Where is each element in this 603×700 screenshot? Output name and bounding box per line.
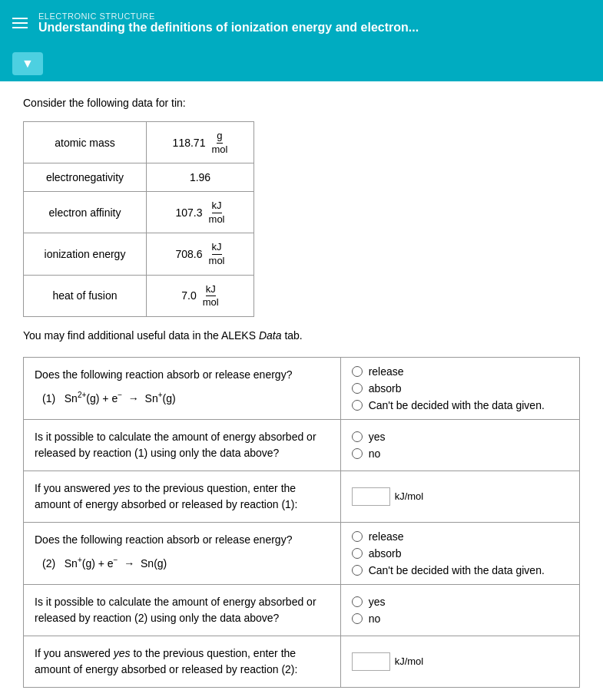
table-row: atomic mass 118.71 g mol — [24, 122, 254, 163]
heat-of-fusion-value: 7.0 — [181, 289, 196, 302]
radio-release-1[interactable]: release — [352, 365, 568, 378]
row-label-electron-affinity: electron affinity — [24, 192, 147, 233]
radio-label-absorb-4: absorb — [369, 547, 402, 560]
unit-label-2: kJ/mol — [395, 655, 424, 667]
answer-cell-5: yes no — [340, 584, 579, 636]
question-cell-3: If you answered yes to the previous ques… — [24, 471, 341, 522]
row-label-atomic-mass: atomic mass — [24, 122, 147, 163]
row-value-electronegativity: 1.96 — [147, 163, 254, 192]
reaction-1: (1) Sn2+(g) + e− → Sn+(g) — [35, 389, 330, 407]
radio-absorb-4[interactable]: absorb — [352, 547, 568, 560]
intro-text: Consider the following data for tin: — [23, 97, 580, 109]
table-row: heat of fusion 7.0 kJ mol — [24, 275, 254, 316]
radio-label-yes-2: yes — [369, 431, 386, 443]
ionization-energy-unit: kJ mol — [209, 241, 225, 266]
radio-label-absorb-1: absorb — [369, 382, 402, 395]
unit-label-1: kJ/mol — [395, 490, 424, 502]
heat-of-fusion-unit: kJ mol — [203, 283, 219, 309]
question-1-text: Does the following reaction absorb or re… — [35, 368, 292, 381]
atomic-mass-unit: g mol — [211, 130, 227, 155]
header-title: Understanding the definitions of ionizat… — [38, 21, 419, 35]
radio-yes-5[interactable]: yes — [352, 596, 568, 608]
answer-cell-2: yes no — [340, 419, 579, 471]
table-row: electron affinity 107.3 kJ mol — [24, 192, 254, 233]
radio-label-release-1: release — [369, 365, 404, 378]
row-label-electronegativity: electronegativity — [24, 163, 147, 192]
header: ELECTRONIC STRUCTURE Understanding the d… — [0, 0, 603, 46]
energy-input-1[interactable] — [352, 487, 390, 506]
input-row-6: kJ/mol — [352, 652, 568, 671]
radio-label-cantdecide-1: Can't be decided with the data given. — [369, 399, 545, 411]
radio-cantdecide-4[interactable]: Can't be decided with the data given. — [352, 564, 568, 576]
question-row-4: Does the following reaction absorb or re… — [24, 522, 580, 584]
question-cell-2: Is it possible to calculate the amount o… — [24, 419, 341, 471]
row-value-heat-of-fusion: 7.0 kJ mol — [147, 275, 254, 316]
radio-circle-icon — [352, 366, 363, 377]
radio-absorb-1[interactable]: absorb — [352, 382, 568, 395]
radio-circle-icon — [352, 548, 363, 559]
question-cell-5: Is it possible to calculate the amount o… — [24, 584, 341, 636]
radio-circle-icon — [352, 431, 363, 442]
energy-input-2[interactable] — [352, 652, 390, 671]
question-row-2: Is it possible to calculate the amount o… — [24, 419, 580, 471]
question-3-text: If you answered yes to the previous ques… — [35, 482, 297, 510]
radio-circle-icon — [352, 613, 363, 624]
radio-circle-icon — [352, 596, 363, 607]
radio-circle-icon — [352, 400, 363, 411]
radio-cantdecide-1[interactable]: Can't be decided with the data given. — [352, 399, 568, 411]
radio-label-no-2: no — [369, 447, 381, 460]
radio-label-yes-5: yes — [369, 596, 386, 608]
electron-affinity-value: 107.3 — [176, 206, 203, 219]
row-value-electron-affinity: 107.3 kJ mol — [147, 192, 254, 233]
radio-label-no-5: no — [369, 612, 381, 625]
question-cell-4: Does the following reaction absorb or re… — [24, 522, 341, 584]
radio-circle-icon — [352, 448, 363, 459]
radio-circle-icon — [352, 383, 363, 394]
question-2-text: Is it possible to calculate the amount o… — [35, 431, 316, 459]
row-label-ionization-energy: ionization energy — [24, 233, 147, 275]
radio-circle-icon — [352, 531, 363, 542]
hamburger-menu[interactable] — [12, 18, 28, 28]
header-text: ELECTRONIC STRUCTURE Understanding the d… — [38, 12, 419, 35]
chevron-down-button[interactable]: ▼ — [12, 52, 43, 75]
radio-no-2[interactable]: no — [352, 447, 568, 460]
radio-yes-2[interactable]: yes — [352, 431, 568, 443]
answer-cell-3: kJ/mol — [340, 471, 579, 522]
radio-release-4[interactable]: release — [352, 530, 568, 543]
radio-circle-icon — [352, 565, 363, 576]
aleks-note: You may find additional useful data in t… — [23, 329, 580, 342]
data-table: atomic mass 118.71 g mol electronegativi… — [23, 121, 254, 317]
question-cell-1: Does the following reaction absorb or re… — [24, 357, 341, 419]
input-row-3: kJ/mol — [352, 487, 568, 506]
answer-cell-4: release absorb Can't be decided with the… — [340, 522, 579, 584]
radio-label-cantdecide-4: Can't be decided with the data given. — [369, 564, 545, 576]
answer-cell-1: release absorb Can't be decided with the… — [340, 357, 579, 419]
electron-affinity-unit: kJ mol — [209, 200, 225, 225]
question-row-6: If you answered yes to the previous ques… — [24, 636, 580, 687]
row-label-heat-of-fusion: heat of fusion — [24, 275, 147, 316]
radio-no-5[interactable]: no — [352, 612, 568, 625]
table-row: electronegativity 1.96 — [24, 163, 254, 192]
question-4-text: Does the following reaction absorb or re… — [35, 533, 292, 546]
ionization-energy-value: 708.6 — [176, 248, 203, 260]
question-row-1: Does the following reaction absorb or re… — [24, 357, 580, 419]
table-row: ionization energy 708.6 kJ mol — [24, 233, 254, 275]
radio-label-release-4: release — [369, 530, 404, 543]
reaction-2: (2) Sn+(g) + e− → Sn(g) — [35, 554, 330, 572]
atomic-mass-value: 118.71 — [173, 137, 206, 149]
main-content: Consider the following data for tin: ato… — [0, 81, 603, 700]
question-5-text: Is it possible to calculate the amount o… — [35, 596, 316, 624]
chevron-area: ▼ — [0, 46, 603, 81]
questions-table: Does the following reaction absorb or re… — [23, 357, 580, 688]
question-row-3: If you answered yes to the previous ques… — [24, 471, 580, 522]
answer-cell-6: kJ/mol — [340, 636, 579, 687]
question-row-5: Is it possible to calculate the amount o… — [24, 584, 580, 636]
question-6-text: If you answered yes to the previous ques… — [35, 647, 297, 675]
row-value-atomic-mass: 118.71 g mol — [147, 122, 254, 163]
row-value-ionization-energy: 708.6 kJ mol — [147, 233, 254, 275]
question-cell-6: If you answered yes to the previous ques… — [24, 636, 341, 687]
header-category: ELECTRONIC STRUCTURE — [38, 12, 419, 21]
